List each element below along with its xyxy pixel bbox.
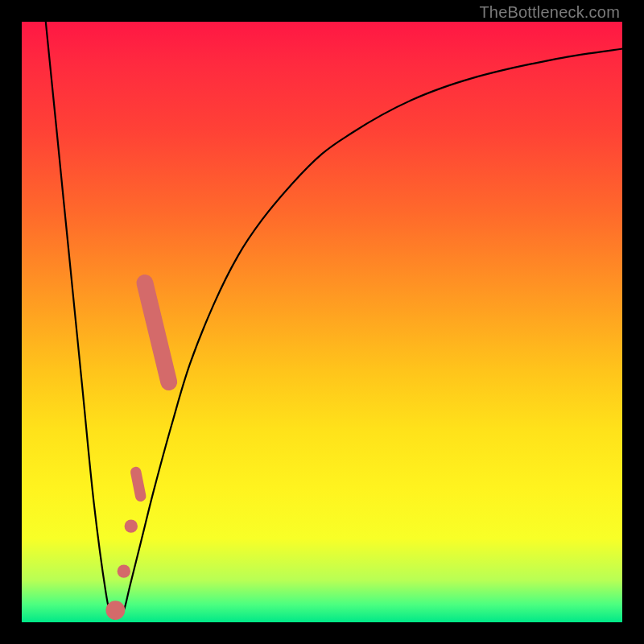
highlight-dot-2: [118, 564, 130, 577]
highlight-dot-3: [105, 601, 125, 620]
highlight-dot-1: [125, 519, 138, 532]
highlight-markers: [105, 283, 168, 621]
chart-svg: [22, 22, 622, 622]
plot-area: [22, 22, 622, 622]
highlight-stroke-mid: [136, 473, 141, 497]
highlight-stroke-top: [145, 283, 169, 382]
attribution-text: TheBottleneck.com: [479, 3, 620, 22]
outer-frame: TheBottleneck.com: [0, 0, 644, 644]
